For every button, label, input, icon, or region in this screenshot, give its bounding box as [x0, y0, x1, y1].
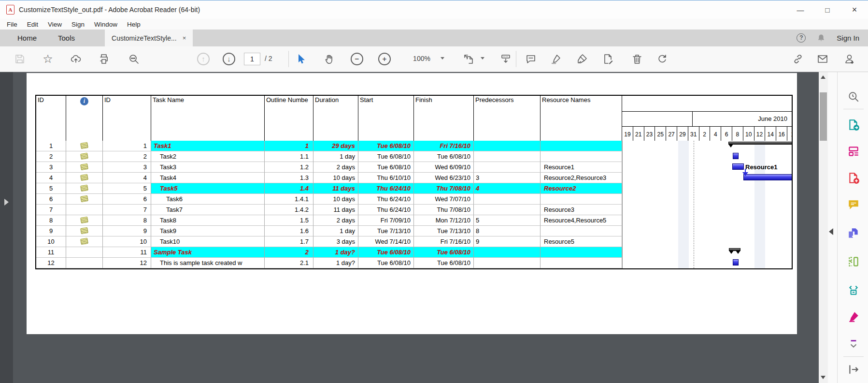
- page-number-input[interactable]: [244, 53, 260, 65]
- cell-id: 4: [36, 173, 66, 183]
- sign-in-button[interactable]: Sign In: [837, 34, 859, 42]
- zoom-dropdown-caret[interactable]: [441, 57, 444, 59]
- timescale-day-cell: 14: [765, 127, 776, 141]
- previous-page-icon[interactable]: ↑: [196, 52, 211, 66]
- compress-pdf-tool-icon[interactable]: [846, 282, 861, 297]
- menu-sign[interactable]: Sign: [67, 21, 89, 28]
- cell-note: [66, 247, 103, 258]
- page-fit-caret[interactable]: [481, 57, 484, 59]
- zoom-level-value[interactable]: 100%: [408, 55, 435, 62]
- header-cell-predecessors: Predecessors: [474, 96, 541, 141]
- organize-pages-tool-icon[interactable]: [846, 254, 861, 269]
- comment-icon[interactable]: [524, 52, 538, 66]
- nonworking-time-shading: [678, 141, 689, 268]
- cell-start: Thu 6/24/10: [358, 183, 414, 194]
- refresh-icon[interactable]: [655, 52, 669, 66]
- highlighter-icon[interactable]: [549, 52, 563, 66]
- cell-start: Tue 7/13/10: [358, 226, 414, 236]
- cell-outline: 1: [265, 141, 313, 151]
- delete-trash-icon[interactable]: [630, 52, 644, 66]
- next-page-icon[interactable]: ↓: [222, 52, 236, 66]
- cell-outline: 1.3: [265, 173, 313, 183]
- print-icon[interactable]: [97, 52, 111, 66]
- pdf-page[interactable]: IDiIDTask NameOutline NumbeDurationStart…: [27, 73, 797, 334]
- find-tool-icon[interactable]: [846, 89, 861, 104]
- cell-start: Wed 7/14/10: [358, 236, 414, 247]
- cell-finish: Fri 7/16/10: [414, 236, 474, 247]
- menu-view[interactable]: View: [43, 21, 67, 28]
- menu-window[interactable]: Window: [89, 21, 122, 28]
- hand-tool-icon[interactable]: [322, 52, 337, 66]
- cell-start: Thu 6/10/10: [358, 173, 414, 183]
- export-pdf-tool-icon[interactable]: [846, 118, 861, 132]
- zoom-out-icon[interactable]: −: [350, 52, 364, 66]
- collapse-tools-panel-icon[interactable]: [829, 228, 833, 235]
- cell-id2: 5: [103, 183, 151, 194]
- notifications-bell-icon[interactable]: [816, 33, 826, 43]
- note-icon: [80, 142, 88, 149]
- sign-pen-icon[interactable]: [575, 52, 589, 66]
- open-tools-pane-icon[interactable]: [846, 362, 861, 377]
- user-account-icon[interactable]: [842, 52, 857, 66]
- main-toolbar: ☆ ↑ ↓ / 2 − + 100%: [0, 46, 868, 72]
- scrollbar-thumb[interactable]: [820, 92, 827, 141]
- menu-file[interactable]: File: [2, 21, 22, 28]
- tab-document[interactable]: CustomizeTextStyle... ×: [105, 29, 193, 46]
- scroll-down-icon[interactable]: [821, 376, 825, 379]
- page-fit-icon[interactable]: [461, 52, 476, 66]
- cell-id: 7: [36, 205, 66, 215]
- share-link-icon[interactable]: [791, 52, 805, 66]
- cloud-upload-icon[interactable]: [69, 52, 83, 66]
- menu-edit[interactable]: Edit: [22, 21, 43, 28]
- select-tool-icon[interactable]: [294, 52, 308, 66]
- cell-predecessors: [474, 162, 541, 173]
- cell-note: [66, 258, 103, 268]
- more-tools-icon[interactable]: [846, 336, 861, 351]
- create-pdf-tool-icon[interactable]: [846, 171, 861, 185]
- scrolling-mode-icon[interactable]: [498, 52, 513, 66]
- cell-predecessors: [474, 205, 541, 215]
- cell-start: Thu 6/24/10: [358, 194, 414, 205]
- timescale-day-cell: 21: [633, 127, 644, 141]
- cell-id2: 12: [103, 258, 151, 268]
- timescale-day-cell: 12: [754, 127, 766, 141]
- stamp-edit-icon[interactable]: [601, 52, 615, 66]
- combine-files-tool-icon[interactable]: [846, 226, 861, 241]
- timescale-day-cell: 29: [677, 127, 688, 141]
- fill-sign-tool-icon[interactable]: [846, 309, 861, 324]
- cell-start: Tue 6/08/10: [358, 162, 414, 173]
- vertical-scrollbar[interactable]: [819, 72, 828, 383]
- window-title: CustomizeTextStyle_out.pdf - Adobe Acrob…: [19, 6, 200, 14]
- cell-id2: 8: [103, 215, 151, 226]
- expand-left-panel-icon[interactable]: [4, 199, 9, 206]
- scroll-up-icon[interactable]: [821, 75, 825, 79]
- cell-resources: [541, 247, 622, 258]
- cell-id2: 2: [103, 151, 151, 162]
- close-button[interactable]: ×: [841, 0, 868, 19]
- cell-task-name: Task10: [151, 236, 265, 247]
- cell-duration: 3 days: [313, 236, 358, 247]
- gantt-task-bar: [733, 153, 739, 159]
- maximize-button[interactable]: □: [814, 0, 841, 19]
- menu-help[interactable]: Help: [122, 21, 145, 28]
- star-favorite-icon[interactable]: ☆: [41, 52, 55, 66]
- timescale-may-cell: [622, 112, 693, 127]
- comment-tool-icon[interactable]: [846, 197, 861, 212]
- cell-duration: 1 day: [313, 226, 358, 236]
- cell-task-name: Task4: [151, 173, 265, 183]
- tab-home[interactable]: Home: [7, 34, 47, 42]
- cell-predecessors: [474, 194, 541, 205]
- tab-close-icon[interactable]: ×: [183, 34, 186, 42]
- tab-tools[interactable]: Tools: [47, 34, 85, 42]
- cell-finish: Wed 6/09/10: [414, 162, 474, 173]
- cell-note: [66, 141, 103, 151]
- zoom-in-icon[interactable]: +: [377, 52, 392, 66]
- save-icon[interactable]: [13, 52, 27, 66]
- edit-pdf-tool-icon[interactable]: [846, 144, 861, 159]
- cell-start: Thu 6/24/10: [358, 205, 414, 215]
- search-icon[interactable]: [127, 52, 141, 66]
- email-icon[interactable]: [815, 52, 830, 66]
- minimize-button[interactable]: —: [787, 0, 814, 19]
- acrobat-reader-window: A CustomizeTextStyle_out.pdf - Adobe Acr…: [0, 0, 868, 383]
- help-icon[interactable]: ?: [797, 33, 806, 43]
